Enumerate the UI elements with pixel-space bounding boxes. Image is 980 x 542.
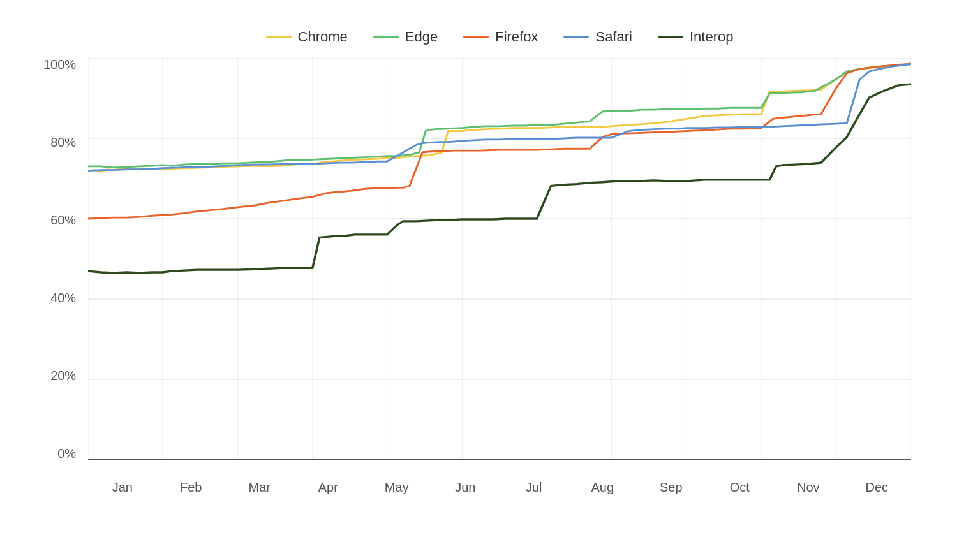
x-label-jun: Jun xyxy=(431,480,500,495)
x-label-mar: Mar xyxy=(225,480,294,495)
x-label-oct: Oct xyxy=(706,480,775,495)
chart-area: 100% 80% 60% 40% 20% 0% xyxy=(88,58,911,460)
x-axis-labels: Jan Feb Mar Apr May Jun Jul Aug Sep Oct … xyxy=(88,480,911,495)
y-label-80: 80% xyxy=(43,136,76,149)
line-firefox xyxy=(88,64,911,219)
line-edge xyxy=(88,64,911,168)
x-label-aug: Aug xyxy=(568,480,637,495)
x-label-nov: Nov xyxy=(774,480,843,495)
y-label-100: 100% xyxy=(43,58,76,71)
x-label-jul: Jul xyxy=(500,480,568,495)
y-label-20: 20% xyxy=(43,369,76,382)
legend-label-firefox: Firefox xyxy=(495,29,538,45)
legend-label-safari: Safari xyxy=(595,29,632,45)
legend-line-interop xyxy=(658,36,683,38)
legend-item-firefox: Firefox xyxy=(463,29,538,45)
x-label-jan: Jan xyxy=(88,480,157,495)
chart-container: Chrome Edge Firefox Safari Interop 100% … xyxy=(31,16,949,526)
legend-line-firefox xyxy=(463,36,489,38)
legend-label-chrome: Chrome xyxy=(298,29,348,45)
legend-item-interop: Interop xyxy=(658,29,734,45)
y-label-0: 0% xyxy=(43,447,76,460)
x-label-sep: Sep xyxy=(637,480,706,495)
line-interop xyxy=(88,84,911,273)
legend-line-edge xyxy=(373,36,399,38)
legend-item-edge: Edge xyxy=(373,29,438,45)
chart-legend: Chrome Edge Firefox Safari Interop xyxy=(88,29,911,45)
legend-item-safari: Safari xyxy=(563,29,632,45)
x-label-feb: Feb xyxy=(157,480,226,495)
x-label-apr: Apr xyxy=(294,480,363,495)
y-axis-labels: 100% 80% 60% 40% 20% 0% xyxy=(43,58,76,460)
y-label-40: 40% xyxy=(43,291,76,304)
legend-line-safari xyxy=(563,36,589,38)
x-label-may: May xyxy=(362,480,431,495)
chart-svg xyxy=(88,58,911,460)
legend-label-interop: Interop xyxy=(690,29,734,45)
x-label-dec: Dec xyxy=(843,480,912,495)
legend-item-chrome: Chrome xyxy=(266,29,348,45)
legend-line-chrome xyxy=(266,36,292,38)
legend-label-edge: Edge xyxy=(405,29,438,45)
chart-svg-container xyxy=(88,58,911,460)
y-label-60: 60% xyxy=(43,214,76,226)
